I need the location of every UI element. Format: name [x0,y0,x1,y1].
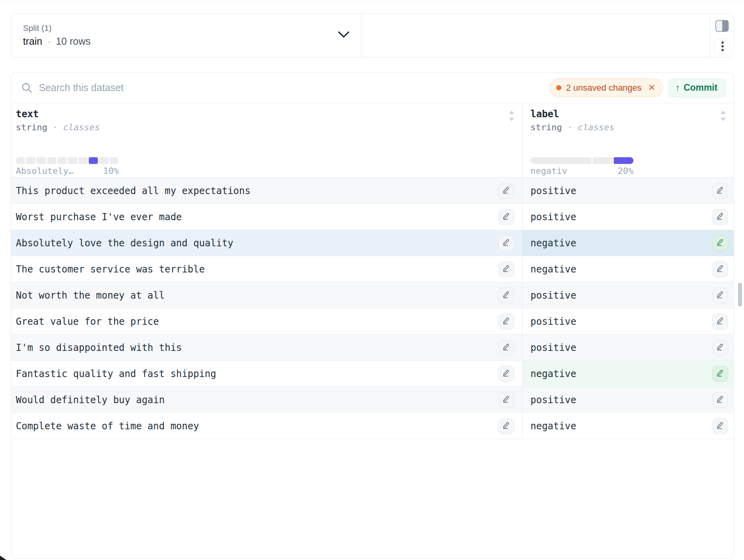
table-row: Great value for the price positive [11,309,734,335]
pencil-icon [502,316,511,326]
label-cell-value: negative [530,238,576,249]
edit-text-button[interactable] [498,418,514,434]
text-histogram [16,157,119,164]
edit-label-button[interactable] [712,314,728,330]
edit-label-button[interactable] [712,366,728,382]
pencil-icon [502,264,511,274]
histogram-segment [47,157,56,164]
text-cell-value: Fantastic quality and fast shipping [16,368,216,379]
label-cell: positive [523,204,734,230]
vertical-scrollbar-thumb[interactable] [738,283,742,307]
histogram-right-label: 20% [618,166,633,176]
table-row: Absolutely love the design and quality n… [11,230,734,256]
histogram-segment [68,157,77,164]
edit-text-button[interactable] [498,235,514,251]
edit-label-button[interactable] [712,288,728,303]
edit-label-button[interactable] [712,340,728,356]
edit-text-button[interactable] [498,366,514,382]
unsaved-dot-icon [556,85,561,90]
edit-text-button[interactable] [498,340,514,356]
panel-toggle-button[interactable] [715,20,729,32]
text-cell: Complete waste of time and money [11,413,523,439]
text-cell-value: Would definitely buy again [16,394,165,406]
edit-text-button[interactable] [498,261,514,277]
dataset-viewer: Split (1) train · 10 rows [0,0,744,560]
label-cell: negative [523,361,734,387]
kebab-menu-icon [721,41,724,53]
column-header-label: label string · classes negativ 20% [523,103,734,177]
window-top-divider [0,1,744,2]
column-header-text: text string · classes Absolutely… 10% [11,103,523,177]
histogram-segment [78,157,88,164]
search-row: 2 unsaved changes ✕ ↑ Commit [11,72,734,103]
text-cell: I'm so disappointed with this [11,335,523,360]
histogram-left-label: negativ [530,166,567,176]
pencil-icon [502,395,511,405]
edit-text-button[interactable] [498,288,514,303]
split-selector[interactable]: Split (1) train · 10 rows [11,13,361,57]
discard-changes-button[interactable]: ✕ [647,83,656,92]
edit-text-button[interactable] [498,392,514,408]
label-cell-value: positive [530,185,576,196]
label-cell-value: positive [530,316,576,327]
text-cell-value: This product exceeded all my expectation… [16,185,250,196]
label-cell: positive [523,309,734,334]
pencil-icon [716,238,725,248]
dataset-table-card: 2 unsaved changes ✕ ↑ Commit text string… [11,72,734,558]
histogram-segment [99,157,108,164]
pencil-icon [502,238,511,248]
edit-text-button[interactable] [498,183,514,199]
edit-text-button[interactable] [498,209,514,225]
text-cell-value: Great value for the price [16,316,159,327]
histogram-segment [57,157,67,164]
pencil-icon [716,264,725,274]
changes-actions: 2 unsaved changes ✕ ↑ Commit [549,78,726,97]
edit-label-button[interactable] [712,209,728,225]
edit-label-button[interactable] [712,183,728,199]
pencil-icon [716,212,725,222]
search-icon [21,82,32,93]
column-header-row: text string · classes Absolutely… 10% la… [11,103,734,178]
search-input[interactable] [39,82,543,93]
dot-separator: · [53,122,58,132]
dot-separator: · [48,36,51,47]
histogram-segment [26,157,35,164]
pencil-icon [502,421,511,431]
text-cell: Would definitely buy again [11,387,523,413]
label-cell: positive [523,178,734,204]
commit-button[interactable]: ↑ Commit [669,78,726,97]
column-type: string [530,122,562,132]
text-cell: The customer service was terrible [11,256,523,282]
text-cell: This product exceeded all my expectation… [11,178,523,204]
edit-label-button[interactable] [712,418,728,434]
pencil-icon [716,186,725,196]
histogram-segment [593,157,612,164]
sort-icon[interactable] [508,110,515,124]
text-cell-value: The customer service was terrible [16,264,205,275]
pencil-icon [502,212,511,222]
commit-label: Commit [683,82,717,93]
histogram-segment [530,157,591,164]
histogram-highlight-segment [89,157,98,164]
edit-label-button[interactable] [712,392,728,408]
more-options-button[interactable] [714,38,731,55]
label-histogram-labels: negativ 20% [530,166,633,176]
rows-count: 10 rows [56,36,91,47]
sort-icon[interactable] [720,110,727,124]
label-cell-value: positive [530,342,576,353]
edit-label-button[interactable] [712,235,728,251]
pencil-icon [502,369,511,379]
split-value-row: train · 10 rows [23,36,91,47]
label-cell: negative [523,256,734,282]
label-cell-value: negative [530,368,576,379]
table-row: This product exceeded all my expectation… [11,178,734,204]
edit-label-button[interactable] [712,261,728,277]
text-cell: Not worth the money at all [11,282,523,308]
edit-text-button[interactable] [498,314,514,330]
table-row: Worst purchase I've ever made positive [11,204,734,230]
pencil-icon [502,343,511,352]
label-cell-value: negative [530,264,576,275]
table-row: Fantastic quality and fast shipping nega… [11,361,734,387]
label-cell-value: positive [530,394,576,406]
text-cell-value: Not worth the money at all [16,290,165,301]
